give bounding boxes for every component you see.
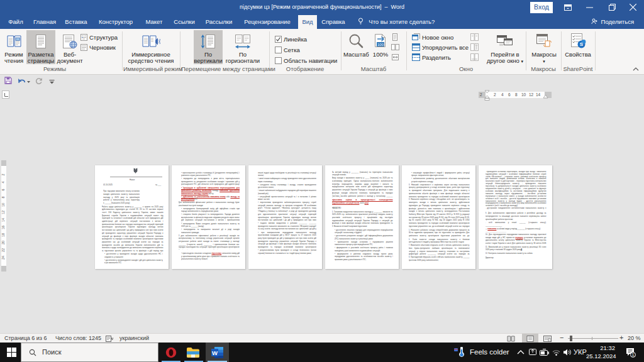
svg-text:S: S bbox=[580, 41, 584, 47]
svg-text:W: W bbox=[212, 349, 218, 356]
svg-text:100: 100 bbox=[377, 43, 384, 47]
